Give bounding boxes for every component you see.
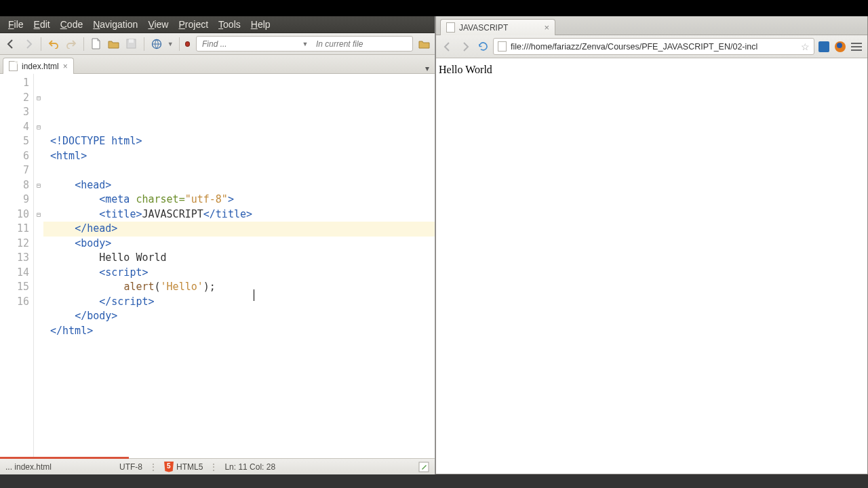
page-favicon: [446, 22, 455, 33]
dropdown-caret-icon[interactable]: ▼: [167, 41, 174, 47]
open-folder-button[interactable]: [107, 37, 121, 52]
find-box: ▼: [196, 36, 413, 52]
status-file: ... index.html: [5, 462, 52, 472]
bookmark-star-icon[interactable]: ☆: [801, 41, 810, 52]
menu-navigation[interactable]: Navigation: [89, 18, 142, 31]
progress-bar: [0, 457, 129, 459]
find-input[interactable]: [197, 39, 300, 49]
browser-back-button[interactable]: [440, 39, 455, 54]
code-area[interactable]: <!DOCTYPE html><html> <head> <meta chars…: [43, 74, 435, 458]
save-button[interactable]: [125, 37, 138, 52]
editor-window: FileEditCodeNavigationViewProjectToolsHe…: [0, 16, 435, 474]
new-file-button[interactable]: [90, 37, 103, 52]
file-tab-label: index.html: [22, 62, 59, 71]
status-cursor-position: Ln: 11 Col: 28: [224, 462, 275, 472]
browser-reload-button[interactable]: [475, 39, 490, 54]
menu-help[interactable]: Help: [247, 18, 275, 31]
browser-menu-button[interactable]: [850, 40, 863, 54]
svg-rect-1: [129, 39, 134, 43]
menu-tools[interactable]: Tools: [214, 18, 245, 31]
edit-mode-icon[interactable]: [418, 462, 429, 472]
find-scope-input[interactable]: [311, 39, 412, 49]
open-project-button[interactable]: [417, 37, 431, 52]
close-tab-button[interactable]: ×: [63, 62, 68, 71]
browser-url-bar[interactable]: file:///home/fariazz/Zenva/Courses/PFE_J…: [493, 38, 814, 55]
forward-button[interactable]: [22, 37, 35, 52]
editor-tabbar: index.html × ▾: [0, 55, 435, 74]
browser-window: JAVASCRIPT × file:///home/fariazz/Zenva/…: [435, 16, 868, 474]
menu-code[interactable]: Code: [56, 18, 87, 31]
status-language[interactable]: HTML5: [164, 462, 203, 472]
browser-tabstrip: JAVASCRIPT ×: [436, 16, 867, 35]
record-indicator-icon: [185, 41, 190, 47]
status-encoding[interactable]: UTF-8: [119, 462, 142, 472]
url-favicon: [498, 41, 507, 52]
video-letterbox: [0, 0, 868, 16]
back-button[interactable]: [4, 37, 18, 52]
page-text: Hello World: [439, 64, 492, 75]
editor-toolbar: ▼ ▼: [0, 33, 435, 55]
browser-tab-title: JAVASCRIPT: [459, 23, 508, 33]
editor-menubar: FileEditCodeNavigationViewProjectToolsHe…: [0, 16, 435, 33]
line-gutter: 12345678910111213141516: [0, 74, 34, 458]
extension-icon-1[interactable]: [817, 40, 831, 54]
find-dropdown-icon[interactable]: ▼: [300, 41, 311, 47]
extension-firebug-icon[interactable]: [833, 40, 847, 54]
code-editor[interactable]: 12345678910111213141516 ⊟⊟⊟⊟ <!DOCTYPE h…: [0, 74, 435, 458]
web-preview-button[interactable]: [150, 37, 163, 52]
menu-view[interactable]: View: [144, 18, 172, 31]
menu-project[interactable]: Project: [174, 18, 212, 31]
editor-statusbar: ... index.html UTF-8 ⋮ HTML5 ⋮ Ln: 11 Co…: [0, 458, 435, 474]
menu-file[interactable]: File: [4, 18, 28, 31]
redo-button[interactable]: [64, 37, 78, 52]
browser-forward-button[interactable]: [458, 39, 473, 54]
browser-viewport[interactable]: Hello World: [436, 58, 867, 474]
browser-toolbar: file:///home/fariazz/Zenva/Courses/PFE_J…: [436, 35, 867, 58]
undo-button[interactable]: [47, 37, 60, 52]
close-browser-tab-button[interactable]: ×: [544, 22, 549, 33]
fold-column[interactable]: ⊟⊟⊟⊟: [34, 74, 43, 458]
url-text: file:///home/fariazz/Zenva/Courses/PFE_J…: [511, 42, 797, 52]
show-all-tabs-icon[interactable]: ▾: [425, 64, 429, 73]
file-icon: [9, 61, 18, 71]
html5-shield-icon: [164, 462, 174, 472]
file-tab-index-html[interactable]: index.html ×: [3, 58, 74, 74]
menu-edit[interactable]: Edit: [30, 18, 54, 31]
browser-tab[interactable]: JAVASCRIPT ×: [440, 19, 555, 35]
